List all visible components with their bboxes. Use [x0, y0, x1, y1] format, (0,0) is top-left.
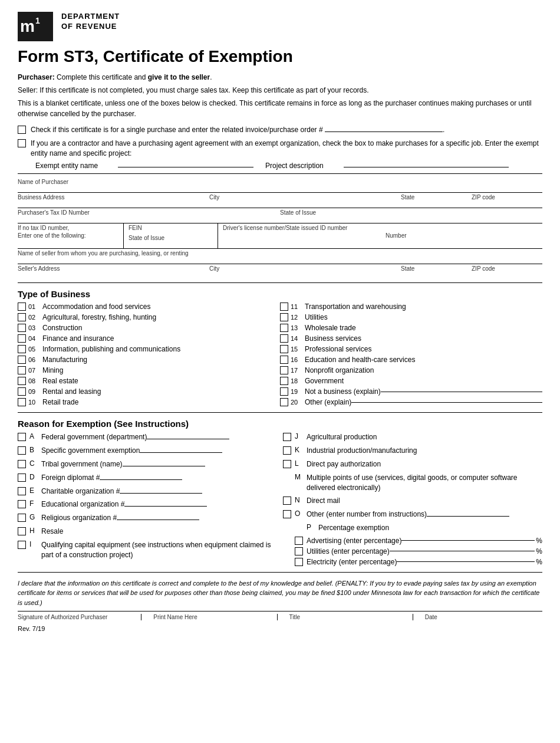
contractor-checkbox[interactable] [18, 139, 26, 147]
pct-line-2[interactable] [397, 561, 535, 562]
city-label: City [209, 194, 395, 200]
reason-item-P: PPercentage exemption [283, 523, 542, 533]
pct-line-1[interactable] [390, 551, 535, 551]
reason-line-B[interactable] [140, 452, 222, 453]
reason-line-C[interactable] [123, 466, 205, 466]
mn-logo: m 1 [18, 12, 53, 41]
biz-check-08[interactable] [18, 377, 26, 385]
biz-check-17[interactable] [280, 366, 288, 374]
zip-col: ZIP code [472, 194, 542, 202]
pct-item-1: Utilities (enter percentage) % [295, 547, 542, 555]
reason-line-O[interactable] [427, 516, 509, 517]
reason-label-E: Charitable organization # [41, 486, 202, 497]
biz-check-13[interactable] [280, 324, 288, 332]
biz-explain-19[interactable] [381, 392, 542, 392]
reason-check-N[interactable] [283, 497, 291, 505]
reason-letter-K: K [295, 446, 303, 454]
reason-letter-H: H [29, 527, 38, 535]
biz-label-11: Transportation and warehousing [305, 303, 406, 311]
pct-check-1[interactable] [295, 547, 303, 555]
single-purchase-checkbox[interactable] [18, 126, 26, 134]
enter-one-label: Enter one of the following: [18, 232, 118, 239]
number-label: Number [386, 232, 542, 239]
biz-check-04[interactable] [18, 334, 26, 343]
tax-id-label: Purchaser's Tax ID Number [18, 209, 274, 216]
biz-check-03[interactable] [18, 324, 26, 332]
biz-check-07[interactable] [18, 366, 26, 374]
reason-check-C[interactable] [18, 460, 26, 468]
reason-line-E[interactable] [120, 493, 202, 494]
reason-line-G[interactable] [117, 520, 199, 520]
reason-line-F[interactable] [124, 506, 207, 507]
biz-num-04: 04 [28, 335, 39, 342]
biz-item-right-9: 20Other (explain) [280, 398, 542, 406]
reason-check-O[interactable] [283, 510, 291, 518]
biz-check-20[interactable] [280, 398, 288, 406]
biz-check-01[interactable] [18, 303, 26, 311]
biz-explain-20[interactable] [351, 402, 542, 403]
pct-line-0[interactable] [401, 540, 535, 541]
exempt-entity-label: Exempt entity name [35, 162, 98, 170]
reason-line-D[interactable] [100, 479, 182, 480]
biz-check-14[interactable] [280, 334, 288, 343]
reason-check-K[interactable] [283, 446, 291, 455]
pct-check-0[interactable] [295, 537, 303, 545]
reason-letter-I: I [29, 540, 38, 548]
reason-check-I[interactable] [18, 541, 26, 549]
biz-check-15[interactable] [280, 345, 288, 353]
biz-check-16[interactable] [280, 356, 288, 364]
reason-check-F[interactable] [18, 500, 26, 508]
project-desc-input[interactable] [344, 167, 509, 167]
reason-check-L[interactable] [283, 460, 291, 468]
biz-label-01: Accommodation and food services [42, 303, 150, 311]
reason-check-H[interactable] [18, 527, 26, 535]
pct-label-1: Utilities (enter percentage) [307, 547, 390, 555]
biz-num-08: 08 [28, 377, 39, 384]
give-to-seller: give it to the seller [148, 73, 210, 81]
biz-check-12[interactable] [280, 313, 288, 321]
biz-check-02[interactable] [18, 313, 26, 321]
pct-check-2[interactable] [295, 558, 303, 566]
biz-item-left-0: 01Accommodation and food services [18, 303, 280, 311]
revision-note: Rev. 7/19 [18, 625, 542, 632]
reason-label-C: Tribal government (name) [41, 459, 205, 469]
exempt-entity-input[interactable] [118, 167, 253, 167]
biz-label-13: Wholesale trade [305, 324, 356, 332]
biz-check-05[interactable] [18, 345, 26, 353]
biz-label-07: Mining [42, 366, 63, 374]
biz-check-19[interactable] [280, 387, 288, 396]
single-purchase-label: Check if this certificate is for a singl… [31, 125, 444, 135]
reason-check-A[interactable] [18, 433, 26, 441]
svg-text:m: m [20, 17, 35, 35]
reason-letter-C: C [29, 459, 38, 468]
number-col: Number [386, 232, 542, 240]
seller-name-row: Name of seller from whom you are purchas… [18, 249, 542, 264]
seller-line: Seller: If this certificate is not compl… [18, 85, 542, 96]
purchaser-label: Purchaser: [18, 73, 55, 81]
reason-check-D[interactable] [18, 474, 26, 482]
reason-letter-D: D [29, 473, 38, 481]
reason-line-A[interactable] [147, 439, 229, 439]
biz-num-01: 01 [28, 303, 39, 310]
business-left-col: 01Accommodation and food services02Agric… [18, 303, 280, 409]
invoice-field[interactable] [325, 131, 443, 132]
reason-check-B[interactable] [18, 446, 26, 455]
state-of-issue-label: State of Issue [280, 209, 536, 216]
reason-check-J[interactable] [283, 433, 291, 441]
biz-check-11[interactable] [280, 303, 288, 311]
business-address-label: Business Address [18, 194, 203, 200]
reason-label-O: Other (enter number from instructions) [307, 509, 509, 520]
reason-item-L: LDirect pay authorization [283, 459, 542, 469]
reason-label-L: Direct pay authorization [307, 459, 381, 469]
reason-check-E[interactable] [18, 487, 26, 495]
biz-num-11: 11 [291, 303, 301, 310]
business-address-col: Business Address [18, 194, 209, 202]
biz-check-18[interactable] [280, 377, 288, 385]
reason-check-G[interactable] [18, 514, 26, 522]
biz-label-06: Manufacturing [42, 356, 87, 364]
biz-check-06[interactable] [18, 356, 26, 364]
biz-check-09[interactable] [18, 387, 26, 396]
reason-letter-L: L [295, 459, 303, 468]
fein-col: FEIN State of Issue [124, 223, 218, 248]
biz-check-10[interactable] [18, 398, 26, 406]
